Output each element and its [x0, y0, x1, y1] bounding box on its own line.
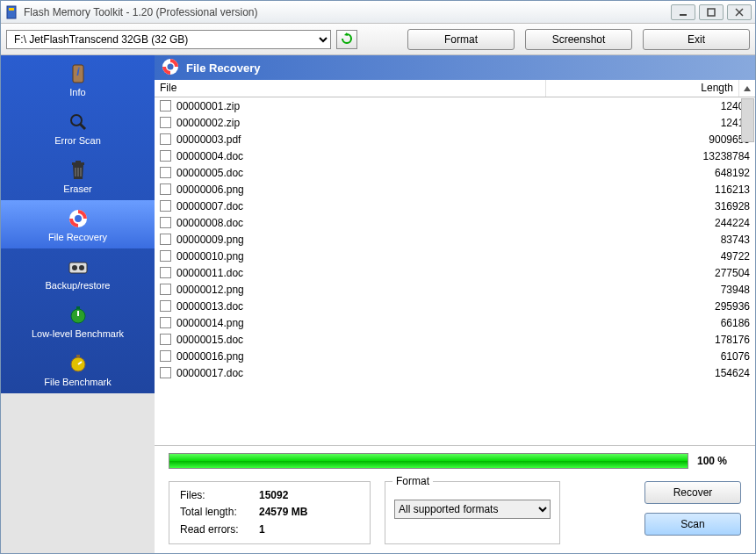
sidebar-item-low-level-benchmark[interactable]: Low-level Benchmark: [1, 297, 155, 345]
main-panel: File Recovery File Length 00000001.zip12…: [155, 55, 755, 553]
row-length: 83743: [564, 234, 755, 246]
row-length: 295936: [564, 300, 755, 313]
row-checkbox[interactable]: [160, 183, 171, 195]
row-checkbox[interactable]: [160, 284, 171, 295]
row-length: 73948: [564, 284, 755, 296]
row-checkbox[interactable]: [160, 367, 171, 378]
row-checkbox[interactable]: [160, 217, 171, 228]
scroll-up-arrow[interactable]: [739, 80, 755, 97]
table-row[interactable]: 00000005.doc648192: [155, 164, 755, 181]
row-length: 66186: [564, 317, 755, 329]
column-header-file[interactable]: File: [155, 80, 546, 97]
row-filename: 00000005.doc: [176, 167, 564, 179]
progress-bar: [169, 453, 688, 469]
sidebar-item-file-recovery[interactable]: File Recovery: [1, 200, 155, 248]
row-length: 49722: [564, 250, 755, 263]
row-filename: 00000008.doc: [176, 217, 564, 229]
sidebar-item-label: File Benchmark: [44, 377, 111, 387]
sidebar-item-eraser[interactable]: Eraser: [1, 152, 155, 200]
column-header-length[interactable]: Length: [546, 80, 739, 97]
table-row[interactable]: 00000017.doc154624: [155, 364, 755, 381]
tape-icon: [67, 255, 90, 278]
row-length: 178176: [564, 334, 755, 346]
lifebuoy-icon: [162, 58, 179, 78]
row-filename: 00000010.png: [176, 250, 564, 263]
table-row[interactable]: 00000014.png66186: [155, 314, 755, 331]
format-group: Format All supported formats: [385, 481, 560, 544]
table-row[interactable]: 00000015.doc178176: [155, 331, 755, 348]
row-length: 116213: [564, 183, 755, 196]
panel-header: File Recovery: [155, 55, 755, 80]
row-filename: 00000017.doc: [176, 367, 564, 379]
format-select[interactable]: All supported formats: [394, 500, 551, 519]
titlebar: Flash Memory Toolkit - 1.20 (Professiona…: [1, 1, 755, 24]
sidebar-item-label: Low-level Benchmark: [32, 328, 124, 339]
exit-button[interactable]: Exit: [643, 29, 750, 50]
row-length: 12403: [564, 100, 755, 112]
svg-point-18: [72, 265, 77, 270]
table-row[interactable]: 00000011.doc277504: [155, 264, 755, 281]
format-button[interactable]: Format: [407, 29, 515, 50]
row-length: 13238784: [564, 150, 755, 162]
sidebar-item-backup-restore[interactable]: Backup/restore: [1, 248, 155, 297]
row-checkbox[interactable]: [160, 200, 171, 212]
stats-errors-label: Read errors:: [180, 523, 259, 536]
sidebar: i Info Error Scan Eraser File Recovery B…: [1, 55, 155, 553]
svg-point-19: [79, 265, 84, 270]
sidebar-item-error-scan[interactable]: Error Scan: [1, 104, 155, 152]
stats-files-label: Files:: [180, 489, 259, 502]
screenshot-button[interactable]: Screenshot: [525, 29, 632, 50]
stats-box: Files: 15092 Total length: 24579 MB Read…: [169, 481, 371, 544]
row-checkbox[interactable]: [160, 300, 171, 312]
row-checkbox[interactable]: [160, 250, 171, 262]
row-checkbox[interactable]: [160, 334, 171, 345]
table-row[interactable]: 00000003.pdf9009655: [155, 131, 755, 147]
row-checkbox[interactable]: [160, 150, 171, 162]
row-length: 9009655: [564, 133, 755, 146]
sidebar-item-label: Eraser: [63, 183, 91, 194]
refresh-icon: [341, 32, 353, 47]
row-filename: 00000003.pdf: [176, 133, 564, 146]
table-row[interactable]: 00000009.png83743: [155, 231, 755, 248]
table-row[interactable]: 00000016.png61076: [155, 348, 755, 364]
scan-button[interactable]: Scan: [644, 513, 741, 536]
file-list[interactable]: 00000001.zip1240300000002.zip12415000000…: [155, 97, 755, 445]
table-row[interactable]: 00000012.png73948: [155, 281, 755, 298]
row-checkbox[interactable]: [160, 100, 171, 112]
table-row[interactable]: 00000002.zip12415: [155, 114, 755, 131]
row-checkbox[interactable]: [160, 350, 171, 362]
table-row[interactable]: 00000008.doc244224: [155, 214, 755, 231]
table-row[interactable]: 00000007.doc316928: [155, 198, 755, 214]
scrollbar-thumb[interactable]: [741, 98, 754, 142]
minimize-button[interactable]: [671, 4, 695, 20]
row-checkbox[interactable]: [160, 117, 171, 128]
row-checkbox[interactable]: [160, 317, 171, 328]
sidebar-item-info[interactable]: i Info: [1, 55, 155, 104]
stats-total-label: Total length:: [180, 506, 259, 519]
row-checkbox[interactable]: [160, 234, 171, 245]
sidebar-item-file-benchmark[interactable]: File Benchmark: [1, 345, 155, 393]
close-button[interactable]: [727, 4, 752, 20]
svg-rect-3: [708, 9, 715, 16]
stopwatch-yellow-icon: [67, 352, 90, 375]
refresh-button[interactable]: [336, 30, 357, 49]
row-checkbox[interactable]: [160, 133, 171, 145]
panel-title: File Recovery: [186, 61, 261, 75]
table-row[interactable]: 00000013.doc295936: [155, 298, 755, 314]
table-row[interactable]: 00000006.png116213: [155, 181, 755, 198]
trash-icon: [67, 159, 90, 182]
row-checkbox[interactable]: [160, 267, 171, 278]
table-row[interactable]: 00000001.zip12403: [155, 97, 755, 114]
toolbar: F:\ JetFlashTranscend 32GB (32 GB) Forma…: [1, 24, 755, 55]
recover-button[interactable]: Recover: [644, 481, 741, 504]
table-row[interactable]: 00000010.png49722: [155, 248, 755, 264]
maximize-button[interactable]: [699, 4, 724, 20]
drive-select[interactable]: F:\ JetFlashTranscend 32GB (32 GB): [6, 30, 331, 49]
info-icon: i: [67, 62, 90, 85]
stats-total-value: 24579 MB: [259, 506, 359, 519]
row-checkbox[interactable]: [160, 167, 171, 178]
table-row[interactable]: 00000004.doc13238784: [155, 147, 755, 164]
row-filename: 00000016.png: [176, 350, 564, 363]
svg-rect-1: [9, 8, 14, 11]
stats-errors-value: 1: [259, 523, 359, 536]
